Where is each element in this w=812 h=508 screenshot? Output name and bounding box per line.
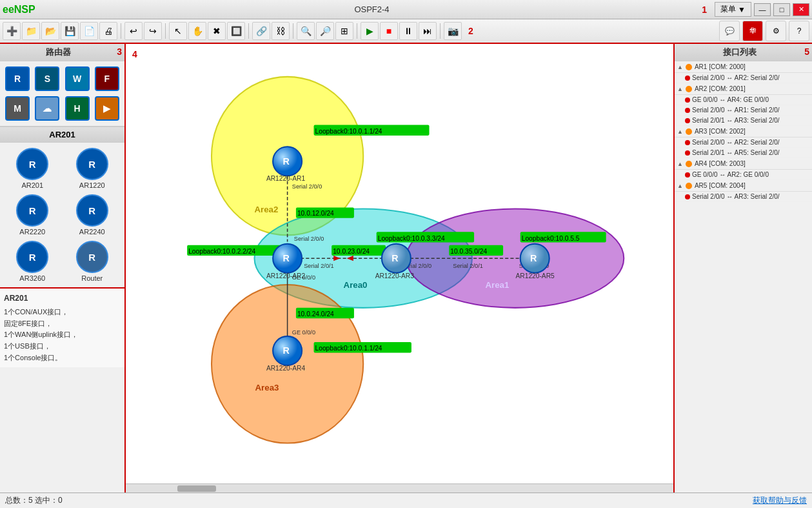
toolbar-sep3 [248,23,249,39]
lb-ar5-label: Loopback0:10.0.5.5 [522,235,580,242]
tb-fit[interactable]: ⊞ [335,22,353,40]
ar4-ge-status [685,172,690,178]
ar201-label: AR201 [21,181,43,189]
hub-img: H [65,96,90,121]
ar3-node-label: AR1220-AR3 [375,272,415,279]
ar-item-ar2240[interactable]: R AR2240 [65,194,120,236]
ar1-expand-icon: ▲ [677,64,683,70]
router-img: R [5,66,30,91]
iface-group-ar5-header[interactable]: ▲ AR5 [COM: 2004] [675,180,812,192]
ar3-group-label: AR3 [COM: 2002] [695,128,746,135]
device-firewall[interactable]: F [94,65,121,92]
monitor-img: M [5,96,30,121]
menu-button[interactable]: 菜单 ▼ [715,2,751,17]
tb-help[interactable]: ? [789,21,809,41]
panel-desc: AR201 1个CON/AUX接口， 固定8FE接口， 1个WAN侧uplink… [0,287,124,367]
tb-capture[interactable]: 📷 [444,22,462,40]
canvas-area[interactable]: 4 Area2 Area0 Area1 Area3 [126,44,673,493]
toolbar-right: 💬 华 ⚙ ? [719,21,809,41]
tb-zoom-in[interactable]: 🔍 [297,22,315,40]
iface-ar5-serial: Serial 2/0/0 ↔ AR3: Serial 2/0/ [675,192,812,202]
maximize-button[interactable]: □ [773,3,790,16]
toolbar-sep5 [357,23,357,39]
ar2240-img: R [76,194,108,227]
ar-item-ar1220[interactable]: R AR1220 [65,148,120,189]
tb-area[interactable]: 🔲 [227,22,245,40]
ar4-ge-label: GE 0/0/0 ↔ AR2: GE 0/0/0 [692,171,769,178]
area1-label: Area1 [485,280,510,290]
tb-save[interactable]: 💾 [61,22,79,40]
net23-label: 10.0.23.0/24 [333,248,370,255]
tb-unlink[interactable]: ⛓ [272,22,290,40]
scrollbar-thumb[interactable] [177,485,216,492]
tb-open[interactable]: 📂 [41,22,59,40]
tb-new[interactable]: ➕ [3,22,21,40]
device-switch[interactable]: S [34,65,61,92]
ar3260-img: R [16,241,48,273]
right-panel-title: 接口列表 5 [675,44,812,61]
ge-ar4: GE 0/0/0 [292,329,315,336]
ar5-serial-label: Serial 2/0/0 ↔ AR3: Serial 2/0/ [692,193,780,200]
tb-undo[interactable]: ↩ [124,22,143,40]
tb-print[interactable]: 🖨 [99,22,117,40]
tb-hand[interactable]: ✋ [188,22,206,40]
help-link[interactable]: 获取帮助与反馈 [753,495,807,506]
panel-title: 路由器 3 [0,44,124,61]
area0-label: Area0 [344,280,368,290]
router-generic-label: Router [81,274,103,282]
ar-item-ar201[interactable]: R AR201 [5,148,60,189]
iface-group-ar1-header[interactable]: ▲ AR1 [COM: 2000] [675,61,812,73]
section2-label: 2 [468,26,473,36]
ar1-group-label: AR1 [COM: 2000] [695,63,746,70]
tb-link[interactable]: 🔗 [252,22,270,40]
ar201-img: R [16,148,48,180]
horizontal-scrollbar[interactable] [126,483,673,493]
lb-ar4-label: Loopback0:10.0.1.1/24 [315,345,382,352]
ar2-serial0-label: Serial 2/0/0 ↔ AR1: Serial 2/0/ [692,107,780,114]
serial-ar3-right: Serial 2/0/1 [453,263,482,270]
tb-start-all[interactable]: ▶ [361,22,379,40]
tb-redo[interactable]: ↪ [144,22,162,40]
ar3-icon-text: R [391,253,399,263]
device-cloud[interactable]: ☁ [34,95,61,122]
device-hub[interactable]: H [64,95,91,122]
wifi-img: W [65,66,90,91]
tb-select[interactable]: ↖ [169,22,187,40]
ar2240-label: AR2240 [79,228,105,236]
device-grid: R S W F M ☁ H ▶ [0,61,124,127]
iface-ar3-serial1: Serial 2/0/1 ↔ AR5: Serial 2/0/ [675,148,812,158]
ar2220-label: AR2220 [19,228,45,236]
iface-ar1-serial: Serial 2/0/0 ↔ AR2: Serial 2/0/ [675,73,812,83]
ar-item-router[interactable]: R Router [65,241,120,282]
device-wifi[interactable]: W [64,65,91,92]
tb-huawei[interactable]: 华 [742,21,763,41]
tb-delete[interactable]: ✖ [208,22,226,40]
ar4-expand-icon: ▲ [677,161,683,167]
iface-group-ar3-header[interactable]: ▲ AR3 [COM: 2002] [675,126,812,137]
ar5-expand-icon: ▲ [677,183,683,189]
ar-item-ar2220[interactable]: R AR2220 [5,194,60,236]
ar-item-ar3260[interactable]: R AR3260 [5,241,60,282]
tb-zoom-out[interactable]: 🔎 [316,22,334,40]
iface-group-ar2-header[interactable]: ▲ AR2 [COM: 2001] [675,83,812,95]
ar3260-label: AR3260 [19,274,45,282]
device-monitor[interactable]: M [4,95,31,122]
minimize-button[interactable]: — [754,3,771,16]
iface-group-ar1: ▲ AR1 [COM: 2000] Serial 2/0/0 ↔ AR2: Se… [675,61,812,83]
tb-terminal[interactable]: 💬 [719,21,740,41]
toolbar-sep1 [121,23,121,39]
ar2-serial0-status [685,108,690,113]
tb-saveas[interactable]: 📄 [80,22,98,40]
tb-stop-all[interactable]: ■ [380,22,398,40]
tb-pause[interactable]: ⏸ [399,22,417,40]
tb-settings[interactable]: ⚙ [766,21,786,41]
panel-desc-text: 1个CON/AUX接口， 固定8FE接口， 1个WAN侧uplink接口， 1个… [4,307,121,363]
serial-ar2-top: Serial 2/0/0 [294,236,324,242]
tb-open-topo[interactable]: 📁 [22,22,40,40]
device-more[interactable]: ▶ [94,95,121,122]
iface-group-ar4-header[interactable]: ▲ AR4 [COM: 2003] [675,158,812,170]
device-router[interactable]: R [4,65,31,92]
close-button[interactable]: ✕ [793,3,809,16]
ar3-serial0-status [685,140,690,145]
tb-resume[interactable]: ⏭ [419,22,437,40]
